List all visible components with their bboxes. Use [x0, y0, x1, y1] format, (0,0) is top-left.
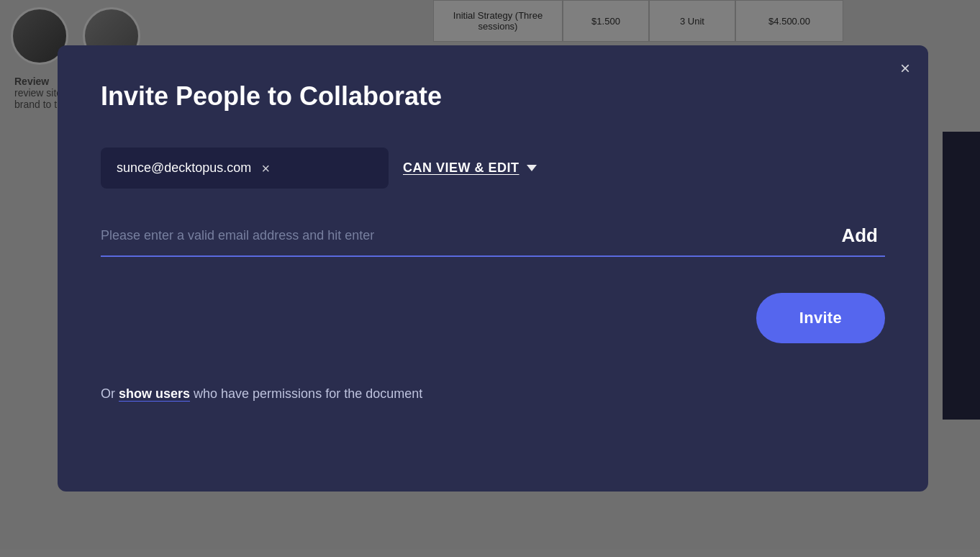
permission-dropdown-button[interactable]: CAN VIEW & EDIT	[403, 160, 537, 176]
chevron-down-icon	[527, 165, 537, 171]
footer-suffix: who have permissions for the document	[190, 386, 422, 401]
invite-modal: × Invite People to Collaborate sunce@dec…	[58, 45, 928, 492]
invite-button-row: Invite	[101, 293, 885, 343]
modal-close-button[interactable]: ×	[900, 60, 910, 77]
footer-prefix: Or	[101, 386, 119, 401]
add-button[interactable]: Add	[834, 225, 885, 247]
email-input-row: Add	[101, 225, 885, 257]
email-chip-remove-button[interactable]: ×	[261, 161, 270, 176]
modal-title: Invite People to Collaborate	[101, 81, 885, 112]
invite-button[interactable]: Invite	[756, 293, 885, 343]
modal-footer: Or show users who have permissions for t…	[101, 386, 885, 402]
email-input[interactable]	[101, 228, 820, 243]
email-chip: sunce@decktopus.com ×	[101, 148, 389, 189]
show-users-link[interactable]: show users	[119, 386, 190, 401]
email-chip-row: sunce@decktopus.com × CAN VIEW & EDIT	[101, 148, 885, 189]
email-chip-text: sunce@decktopus.com	[117, 160, 251, 176]
permission-label: CAN VIEW & EDIT	[403, 160, 520, 176]
